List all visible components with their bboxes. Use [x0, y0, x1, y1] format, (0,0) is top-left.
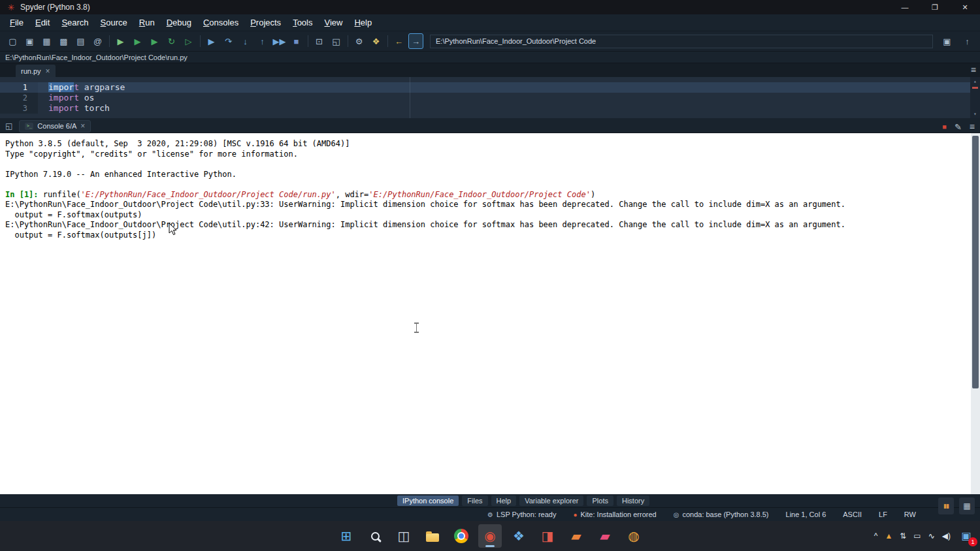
console-tab-icon: >_	[25, 123, 33, 130]
menu-search[interactable]: Search	[56, 16, 94, 29]
menu-view[interactable]: View	[318, 16, 348, 29]
save-all-icon[interactable]: ▩	[56, 33, 71, 49]
parent-directory-icon[interactable]: ↑	[960, 33, 975, 49]
pane-tab-ipython-console[interactable]: IPython console	[397, 496, 459, 506]
conda-status: ◎conda: base (Python 3.8.5)	[674, 511, 769, 518]
back-cursor-icon[interactable]: ←	[391, 33, 406, 49]
paint-button[interactable]: ◨	[536, 524, 559, 548]
pause-console-button[interactable]: ▮▮	[938, 497, 954, 514]
menu-edit[interactable]: Edit	[29, 16, 56, 29]
installer-button[interactable]: ▰	[593, 524, 617, 548]
maximize-button[interactable]: ❐	[920, 0, 950, 14]
pane-tab-variable-explorer[interactable]: Variable explorer	[519, 496, 583, 506]
console-line: In [1]: runfile('E:/PythonRun/Face_Indoo…	[5, 190, 980, 200]
menu-projects[interactable]: Projects	[244, 16, 287, 29]
anaconda-icon: ◍	[628, 529, 639, 543]
alert-icon[interactable]: ▲	[885, 532, 892, 540]
line-number: 2	[0, 93, 38, 103]
step-into-icon[interactable]: ↓	[238, 33, 253, 49]
interrupt-kernel-icon[interactable]: ■	[942, 123, 947, 131]
permissions-status: RW	[904, 511, 916, 518]
menu-run[interactable]: Run	[133, 16, 161, 29]
inspect-icon[interactable]: ✎	[955, 122, 962, 132]
menu-consoles[interactable]: Consoles	[197, 16, 244, 29]
open-directory-icon[interactable]: ▣	[939, 33, 955, 49]
console-scrollbar-thumb[interactable]	[972, 136, 979, 388]
run-external-icon[interactable]: ⊡	[312, 33, 327, 49]
rerun-cell-icon[interactable]: ↻	[164, 33, 179, 49]
mouse-cursor	[169, 223, 178, 238]
pane-tab-files[interactable]: Files	[462, 496, 487, 506]
volume-icon[interactable]: ◀)	[942, 532, 951, 540]
panel-view-button[interactable]: ▦	[959, 497, 975, 514]
menu-help[interactable]: Help	[348, 16, 378, 29]
editor-scrollbar[interactable]: ▴ ▾	[970, 77, 980, 118]
pane-tab-history[interactable]: History	[617, 496, 649, 506]
stop-debug-icon[interactable]: ■	[289, 33, 304, 49]
breadcrumb: E:\PythonRun\Face_Indoor_Outdoor\Project…	[0, 52, 980, 63]
new-file-icon[interactable]: ▢	[5, 33, 20, 49]
scroll-up-icon[interactable]: ▴	[973, 78, 977, 84]
pane-corner-icon[interactable]: ◱	[5, 121, 12, 131]
debug-file-icon[interactable]: ▶	[204, 33, 219, 49]
menu-source[interactable]: Source	[95, 16, 133, 29]
open-file-icon[interactable]: ▣	[22, 33, 37, 49]
display-icon[interactable]: ▭	[913, 532, 921, 540]
run-selection-icon[interactable]: ▷	[181, 33, 196, 49]
find-in-files-icon[interactable]: @	[90, 33, 105, 49]
task-view-button[interactable]: ◫	[392, 524, 416, 548]
console-tab[interactable]: >_ Console 6/A ×	[19, 120, 91, 133]
python-env-icon[interactable]: ❖	[368, 33, 384, 49]
editor-tab-label: run.py	[21, 67, 41, 75]
editor-options-menu-icon[interactable]: ≡	[971, 65, 976, 75]
tray-expand-icon[interactable]: ^	[874, 532, 878, 540]
console-line: IPython 7.19.0 -- An enhanced Interactiv…	[5, 170, 980, 180]
code-line[interactable]: 3import torch	[0, 103, 980, 114]
forward-cursor-icon[interactable]: →	[408, 33, 423, 49]
windows-taskbar: ⊞◫◉❖◨▰▰◍ ^▲⇅▭∿◀)▣1	[0, 521, 980, 551]
console-options-menu-icon[interactable]: ≡	[970, 121, 975, 132]
spyder-button[interactable]: ◉	[478, 524, 502, 548]
file-explorer-button[interactable]	[421, 524, 444, 548]
continue-icon[interactable]: ▶▶	[272, 33, 287, 49]
editor-tab-runpy[interactable]: run.py ×	[16, 65, 56, 77]
preferences-wrench-icon[interactable]: ⚙	[351, 33, 367, 49]
working-directory-input[interactable]	[430, 35, 933, 48]
photos-button[interactable]: ❖	[507, 524, 531, 548]
chrome-button[interactable]	[449, 524, 473, 548]
step-over-icon[interactable]: ↷	[221, 33, 236, 49]
anaconda-button[interactable]: ◍	[622, 524, 645, 548]
minimize-button[interactable]: —	[890, 0, 920, 14]
close-button[interactable]: ✕	[950, 0, 980, 14]
console-output-area[interactable]: Python 3.8.5 (default, Sep 3 2020, 21:29…	[0, 133, 980, 494]
console-line	[5, 159, 980, 170]
start-icon: ⊞	[341, 529, 352, 543]
start-button[interactable]: ⊞	[335, 524, 358, 548]
menu-tools[interactable]: Tools	[287, 16, 318, 29]
console-tab-close-icon[interactable]: ×	[80, 121, 85, 131]
code-line[interactable]: 2import os	[0, 93, 980, 103]
pane-tab-help[interactable]: Help	[491, 496, 517, 506]
search-button[interactable]	[363, 524, 387, 548]
code-line[interactable]: 1import argparse	[0, 82, 980, 93]
pane-tab-plots[interactable]: Plots	[587, 496, 613, 506]
menu-debug[interactable]: Debug	[161, 16, 197, 29]
file-switcher-icon[interactable]: ▤	[73, 33, 88, 49]
powerpoint-button[interactable]: ▰	[564, 524, 588, 548]
editor-body[interactable]: 1import argparse2import os3import torch …	[0, 77, 980, 118]
scroll-down-icon[interactable]: ▾	[973, 111, 977, 117]
run-cell-icon[interactable]: ▶	[130, 33, 145, 49]
tab-close-icon[interactable]: ×	[46, 67, 50, 76]
conda-status-icon: ◎	[674, 511, 679, 518]
run-file-icon[interactable]: ▶	[113, 33, 128, 49]
save-icon[interactable]: ▦	[39, 33, 54, 49]
maximize-pane-icon[interactable]: ◱	[329, 33, 344, 49]
kite-status-icon: ●	[573, 511, 577, 518]
lsp-status-icon: ⚙	[487, 511, 493, 518]
menu-file[interactable]: File	[4, 16, 29, 29]
notification-icon[interactable]: ▣1	[958, 527, 975, 544]
run-cell-advance-icon[interactable]: ▶	[147, 33, 162, 49]
step-return-icon[interactable]: ↑	[255, 33, 270, 49]
usb-icon[interactable]: ⇅	[900, 532, 906, 540]
network-icon[interactable]: ∿	[928, 532, 935, 540]
